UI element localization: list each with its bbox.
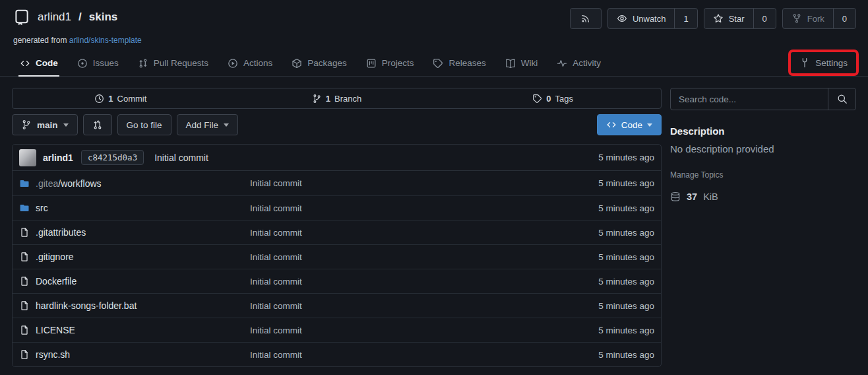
tab-label: Packages	[307, 58, 346, 68]
rss-button[interactable]	[570, 8, 602, 29]
tag-icon	[433, 58, 443, 69]
go-to-file-button[interactable]: Go to file	[117, 114, 171, 135]
compare-button[interactable]	[83, 114, 112, 135]
last-commit-message-link[interactable]: Initial commit	[250, 203, 598, 213]
project-board-icon	[366, 58, 377, 69]
folder-link[interactable]: src	[19, 203, 250, 213]
file-icon	[19, 227, 30, 238]
last-commit-message-link[interactable]: Initial commit	[250, 178, 598, 188]
stat-tags[interactable]: 0Tags	[445, 88, 661, 108]
tab-issues[interactable]: Issues	[77, 50, 119, 76]
tabs: CodeIssuesPull RequestsActionsPackagesPr…	[20, 50, 601, 76]
repo-stats-bar: 1Commit1Branch0Tags	[12, 88, 662, 109]
tab-packages[interactable]: Packages	[292, 50, 346, 76]
repo-size-unit: KiB	[703, 191, 718, 202]
last-commit-message-link[interactable]: Initial commit	[250, 252, 598, 262]
header-actions: Unwatch 1 Star 0 Fork 0	[570, 8, 856, 29]
fork-count-button[interactable]: 0	[833, 8, 856, 29]
file-link[interactable]: .gitattributes	[19, 227, 250, 238]
file-link[interactable]: hardlink-songs-folder.bat	[19, 300, 250, 311]
entry-name: Dockerfile	[36, 276, 77, 287]
repo-size-value: 37	[687, 191, 697, 202]
chevron-down-icon	[63, 123, 69, 127]
eye-icon	[617, 13, 627, 24]
stat-branch[interactable]: 1Branch	[229, 88, 445, 108]
star-button-group: Star 0	[704, 8, 776, 29]
repo-owner-link[interactable]: arlind1	[38, 11, 71, 24]
tab-label: Code	[36, 58, 58, 68]
star-count-button[interactable]: 0	[753, 8, 776, 29]
file-link[interactable]: LICENSE	[19, 325, 250, 335]
last-commit-message-link[interactable]: Initial commit	[250, 228, 598, 238]
manage-topics-link[interactable]: Manage Topics	[670, 170, 724, 180]
last-commit-message-link[interactable]: Initial commit	[250, 277, 598, 287]
template-link[interactable]: arlind/skins-template	[69, 36, 142, 45]
search-input[interactable]	[671, 88, 828, 110]
wrench-icon	[799, 57, 810, 68]
tab-releases[interactable]: Releases	[433, 50, 485, 76]
search-button[interactable]	[828, 88, 855, 110]
code-icon	[606, 119, 617, 130]
compare-icon	[92, 119, 103, 130]
last-commit-time: 5 minutes ago	[598, 203, 654, 213]
repo-name-link[interactable]: skins	[89, 11, 117, 24]
clock-icon	[94, 94, 104, 104]
tab-label: Projects	[382, 58, 414, 68]
star-button[interactable]: Star	[704, 8, 754, 29]
add-file-button[interactable]: Add File	[177, 114, 239, 135]
repo-size: 37 KiB	[670, 191, 856, 202]
commit-message-link[interactable]: Initial commit	[154, 153, 208, 163]
watch-count-button[interactable]: 1	[674, 8, 697, 29]
tab-label: Issues	[93, 58, 119, 68]
watch-count: 1	[683, 14, 688, 24]
stat-value: 0	[546, 94, 551, 104]
tab-settings[interactable]: Settings	[799, 57, 848, 68]
tab-activity[interactable]: Activity	[557, 50, 601, 76]
last-commit-time: 5 minutes ago	[598, 277, 654, 287]
last-commit-message-link[interactable]: Initial commit	[250, 350, 598, 360]
file-link[interactable]: .gitignore	[19, 252, 250, 262]
stat-value: 1	[326, 94, 330, 104]
database-icon	[670, 191, 681, 202]
branch-selector[interactable]: main	[12, 114, 78, 135]
unwatch-label: Unwatch	[633, 14, 666, 24]
file-icon	[19, 252, 30, 262]
last-commit-message-link[interactable]: Initial commit	[250, 325, 598, 335]
commit-author-link[interactable]: arlind1	[43, 153, 73, 163]
unwatch-button[interactable]: Unwatch	[607, 8, 675, 29]
tab-projects[interactable]: Projects	[366, 50, 414, 76]
code-search-box	[670, 88, 856, 110]
tab-label: Releases	[449, 58, 485, 68]
stat-value: 1	[108, 94, 113, 104]
generated-from-text: generated from	[13, 36, 67, 45]
file-link[interactable]: rsync.sh	[19, 349, 250, 360]
tab-actions[interactable]: Actions	[228, 50, 272, 76]
watch-button-group: Unwatch 1	[607, 8, 698, 29]
tab-label: Wiki	[521, 58, 538, 68]
commit-sha-chip[interactable]: c84215d0a3	[81, 150, 144, 165]
entry-name: hardlink-songs-folder.bat	[36, 300, 137, 311]
file-row: LICENSEInitial commit5 minutes ago	[13, 318, 661, 342]
avatar[interactable]	[19, 149, 36, 166]
last-commit-message-link[interactable]: Initial commit	[250, 301, 598, 311]
repo-sidebar: Description No description provided Mana…	[670, 88, 856, 367]
last-commit-time: 5 minutes ago	[598, 228, 654, 238]
tab-label: Activity	[573, 58, 601, 68]
file-icon	[19, 349, 30, 360]
folder-link[interactable]: .gitea/workflows	[19, 178, 250, 189]
tab-pull-requests[interactable]: Pull Requests	[138, 50, 208, 76]
tab-wiki[interactable]: Wiki	[505, 50, 538, 76]
tab-code[interactable]: Code	[20, 50, 58, 76]
entry-name: /workflows	[58, 178, 101, 189]
entry-name: rsync.sh	[36, 349, 70, 360]
fork-button[interactable]: Fork	[782, 8, 834, 29]
stat-label: Tags	[555, 94, 573, 104]
stat-commit[interactable]: 1Commit	[13, 88, 229, 108]
entry-name: LICENSE	[36, 325, 75, 335]
file-link[interactable]: Dockerfile	[19, 276, 250, 287]
tag-icon	[532, 94, 542, 104]
star-icon	[713, 13, 724, 24]
path-prefix: .gitea	[36, 178, 58, 189]
code-download-button[interactable]: Code	[597, 114, 662, 135]
description-text: No description provided	[670, 143, 856, 154]
